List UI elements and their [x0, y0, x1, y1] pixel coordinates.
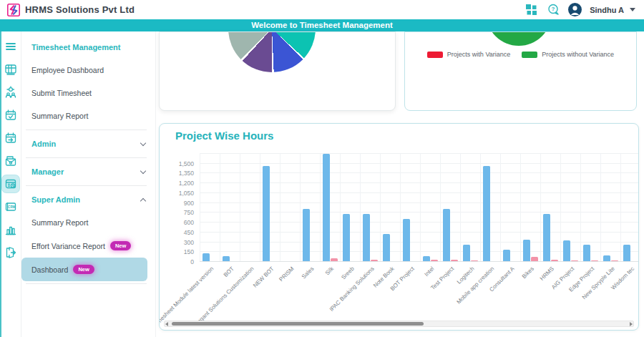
- x-axis-category: Bikes: [520, 262, 540, 323]
- x-axis-tick-label: BOT: [222, 265, 235, 278]
- chevron-down-icon[interactable]: [140, 140, 146, 146]
- mail-report-icon[interactable]: [2, 152, 19, 170]
- bar-primary-intel: [423, 256, 430, 261]
- app-header: HRMS Solutions Pvt Ltd ? Sindhu A: [0, 0, 644, 19]
- menu-section-label: Timesheet Management: [31, 43, 121, 52]
- sidebar-item-effort-variance-report[interactable]: Effort Variance ReportNew: [31, 234, 155, 258]
- scroll-left-arrow-icon[interactable]: [165, 322, 168, 326]
- analytics-icon[interactable]: [2, 221, 19, 238]
- x-axis-category: Elegant Solutions Customization: [240, 262, 260, 323]
- bar-secondary-intel: [431, 260, 438, 261]
- x-axis-category: NEW BOT: [260, 262, 280, 323]
- x-axis-category: New Spryple Lite: [600, 262, 620, 323]
- left-accent-strip: [0, 31, 1, 337]
- sidebar-item-employee-dashboard[interactable]: Employee Dashboard: [31, 59, 155, 82]
- y-axis-tick-label: 750: [160, 209, 194, 216]
- y-axis-tick-label: 1,350: [160, 170, 194, 177]
- chart-title: Project Wise Hours: [175, 130, 273, 142]
- menu-section-admin[interactable]: Admin: [31, 132, 155, 155]
- avatar[interactable]: [568, 3, 582, 16]
- chart-column: [320, 153, 340, 261]
- y-axis-tick-label: 600: [160, 219, 194, 226]
- y-axis-tick-label: 450: [160, 229, 194, 236]
- admin-users-icon[interactable]: [2, 84, 19, 101]
- variance-legend: Projects with VarianceProjects without V…: [405, 51, 636, 58]
- chart-column: [500, 153, 520, 261]
- x-axis-tick-label: HRMS: [539, 265, 555, 282]
- bar-primary-test-project: [443, 209, 450, 261]
- bar-primary-silk: [323, 154, 330, 261]
- chart-column: [280, 153, 300, 261]
- calendar-export-icon[interactable]: [2, 130, 19, 147]
- variance-summary-pie-chart: [486, 31, 552, 46]
- sidebar-item-label: Summary Report: [31, 112, 88, 120]
- sidebar-item-label: Dashboard: [31, 265, 68, 274]
- project-variance-pie-chart: [228, 31, 316, 72]
- bar-primary-wisdom-tec: [623, 245, 630, 261]
- new-badge: New: [73, 265, 94, 274]
- chart-column: [520, 153, 540, 261]
- bar-secondary-ipac-banking-solutions: [371, 260, 378, 261]
- sidebar-item-label: Employee Dashboard: [31, 66, 104, 74]
- chart-plot-area: [200, 153, 638, 261]
- brand: HRMS Solutions Pvt Ltd: [7, 4, 135, 16]
- menu-icon[interactable]: [2, 38, 19, 55]
- bar-primary-new-spryple-lite: [603, 255, 610, 261]
- help-chat-icon[interactable]: ?: [546, 3, 560, 17]
- icon-rail: CRM: [0, 31, 21, 337]
- x-axis-category: Mobile app creation: [480, 262, 500, 323]
- project-wise-hours-bar-chart: 01503004506007509001,0501,2001,3501,500N…: [160, 153, 638, 323]
- legend-item-projects-with-variance: Projects with Variance: [427, 51, 510, 58]
- svg-text:?: ?: [551, 6, 555, 12]
- menu-section-manager[interactable]: Manager: [31, 160, 155, 183]
- y-axis-tick-label: 900: [160, 200, 194, 207]
- bar-secondary-bikes: [531, 257, 538, 261]
- new-badge: New: [110, 241, 131, 250]
- menu-section-timesheet-management[interactable]: Timesheet Management: [31, 36, 155, 59]
- timesheet-icon[interactable]: [2, 61, 19, 78]
- chart-column: [480, 153, 500, 261]
- calendar-check-icon[interactable]: [2, 107, 19, 124]
- chart-column: [420, 153, 440, 261]
- apps-grid-icon[interactable]: [524, 3, 538, 17]
- chart-column: [460, 153, 480, 261]
- x-axis-category: IPAC Banking Solutions: [360, 262, 380, 323]
- bar-secondary-test-project: [451, 260, 458, 261]
- main-content: Projects with VarianceProjects without V…: [156, 31, 644, 337]
- sidebar-menu: Timesheet ManagementEmployee DashboardSu…: [21, 31, 156, 337]
- x-axis-category: Consultant A: [500, 262, 520, 323]
- chart-column: [340, 153, 360, 261]
- menu-section-super-admin[interactable]: Super Admin: [31, 188, 155, 211]
- sidebar-item-summary-report[interactable]: Summary Report: [31, 211, 155, 234]
- x-axis-tick-label: Bikes: [521, 265, 535, 280]
- menu-divider: [26, 130, 147, 130]
- legend-label: Projects with Variance: [447, 51, 510, 58]
- chart-column: [540, 153, 560, 261]
- page-layout: CRM Timesheet ManagementEmployee Dashboa…: [0, 31, 644, 337]
- chevron-up-icon[interactable]: [140, 198, 146, 204]
- legend-item-projects-without-variance: Projects without Variance: [522, 51, 614, 58]
- chevron-down-icon[interactable]: [630, 8, 635, 11]
- chart-column: [440, 153, 460, 261]
- user-name[interactable]: Sindhu A: [590, 6, 624, 14]
- horizontal-scrollbar[interactable]: [164, 321, 634, 327]
- sidebar-item-submit-timesheet[interactable]: Submit Timesheet: [31, 82, 155, 104]
- bar-primary-mobile-app-creation: [483, 166, 490, 261]
- welcome-banner: Welcome to Timesheet Management: [0, 19, 644, 31]
- chart-column: [400, 153, 420, 261]
- scrollbar-thumb[interactable]: [172, 322, 424, 326]
- calendar-clock-icon[interactable]: [2, 175, 19, 192]
- logout-icon[interactable]: [2, 244, 19, 261]
- sidebar-item-summary-report[interactable]: Summary Report: [31, 104, 155, 127]
- crm-icon[interactable]: CRM: [2, 198, 19, 215]
- x-axis-tick-label: Sreeb: [340, 265, 355, 280]
- x-axis-category: Sales: [300, 262, 320, 323]
- x-axis-category: Note Book: [380, 262, 400, 323]
- x-axis-tick-label: PRISM: [278, 265, 295, 283]
- scroll-right-arrow-icon[interactable]: [630, 322, 633, 326]
- bar-primary-sreeb: [343, 214, 350, 261]
- sidebar-item-dashboard[interactable]: DashboardNew: [21, 258, 147, 281]
- chevron-down-icon[interactable]: [140, 168, 146, 174]
- x-axis-category: Silk: [320, 262, 340, 323]
- bar-primary-bot: [223, 256, 230, 261]
